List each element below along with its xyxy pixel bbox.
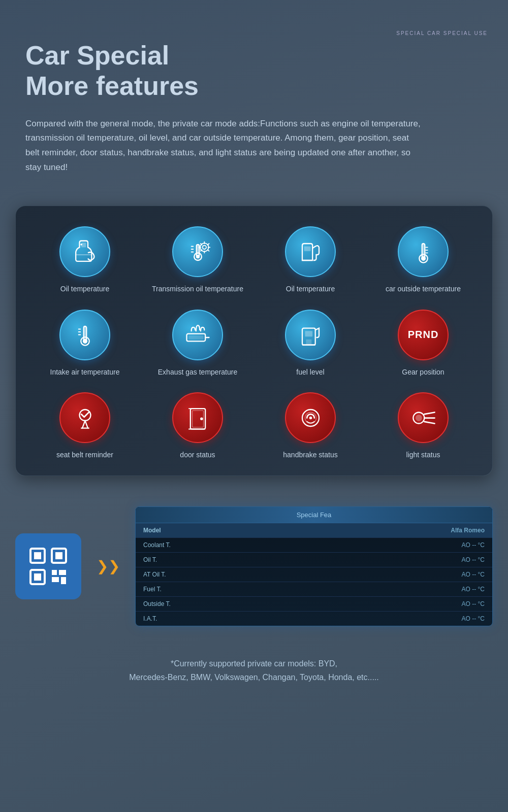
features-grid: Oil temperatureTransmission oil temperat… [26, 226, 482, 460]
feature-icon-oil [59, 226, 110, 277]
feature-icon-thermometer-gear [172, 226, 223, 277]
feature-label-9: door status [180, 450, 215, 460]
svg-rect-17 [188, 336, 203, 340]
arrow-icon: ❯❯ [97, 558, 120, 574]
svg-point-0 [80, 244, 82, 246]
feature-label-5: Exhaust gas temperature [158, 367, 237, 378]
feature-item-11: light status [369, 392, 477, 460]
table-row: AT Oil T.AO -- °C [136, 567, 492, 582]
feature-item-7: PRNDGear position [369, 310, 477, 378]
feature-item-10: handbrake status [257, 392, 364, 460]
table-row: Outside T.AO -- °C [136, 597, 492, 612]
feature-icon-fuel-nozzle [285, 226, 336, 277]
data-table: Special Fea Model Alfa Romeo Coolant T.A… [135, 506, 493, 626]
feature-icon-door [172, 392, 223, 443]
table-row: I.A.T.AO -- °C [136, 612, 492, 626]
svg-point-6 [202, 245, 206, 249]
table-header-row: Model Alfa Romeo [136, 523, 492, 538]
feature-label-2: Oil temperature [286, 284, 335, 294]
main-title: Car Special More features [25, 41, 483, 101]
svg-rect-20 [306, 340, 311, 345]
svg-rect-31 [34, 552, 41, 559]
top-label: SPECIAL CAR SPECIAL USE [396, 30, 488, 36]
feature-label-6: fuel level [296, 367, 324, 378]
feature-item-1: Transmission oil temperature [144, 226, 251, 294]
feature-item-8: seat belt reminder [31, 392, 139, 460]
feature-label-1: Transmission oil temperature [152, 284, 243, 294]
svg-point-29 [415, 415, 422, 421]
svg-rect-37 [59, 570, 66, 575]
feature-icon-PRND: PRND [398, 310, 449, 360]
feature-icon-exhaust [172, 310, 223, 360]
svg-rect-33 [55, 552, 62, 559]
table-row: Coolant T.AO -- °C [136, 538, 492, 553]
feature-item-6: fuel level [257, 310, 364, 378]
feature-item-2: Oil temperature [257, 226, 364, 294]
feature-icon-seatbelt [59, 392, 110, 443]
svg-rect-11 [423, 244, 424, 256]
table-row: Oil T.AO -- °C [136, 553, 492, 567]
feature-label-4: Intake air temperature [50, 367, 120, 378]
svg-rect-4 [197, 245, 199, 254]
svg-rect-15 [84, 327, 86, 339]
svg-rect-19 [305, 331, 312, 336]
feature-label-10: handbrake status [283, 450, 337, 460]
feature-icon-temp-gauge [59, 310, 110, 360]
feature-item-3: car outside temperature [369, 226, 477, 294]
feature-item-0: Oil temperature [31, 226, 139, 294]
feature-label-7: Gear position [402, 367, 444, 378]
footer-text: *Currently supported private car models:… [0, 647, 508, 704]
feature-label-11: light status [406, 450, 440, 460]
qr-icon [15, 533, 81, 599]
feature-icon-light [398, 392, 449, 443]
svg-rect-36 [52, 570, 57, 575]
svg-rect-35 [34, 573, 41, 581]
svg-rect-7 [304, 246, 310, 251]
feature-icon-thermometer [398, 226, 449, 277]
header-section: Car Special More features Compared with … [0, 0, 508, 185]
bottom-section: ❯❯ Special Fea Model Alfa Romeo Coolant … [0, 496, 508, 647]
svg-point-27 [309, 417, 312, 420]
svg-point-24 [200, 417, 203, 420]
feature-item-4: Intake air temperature [31, 310, 139, 378]
feature-item-9: door status [144, 392, 251, 460]
feature-icon-handbrake [285, 392, 336, 443]
feature-label-3: car outside temperature [386, 284, 461, 294]
svg-rect-22 [190, 409, 205, 429]
svg-rect-39 [61, 577, 66, 584]
table-title: Special Fea [136, 507, 492, 523]
feature-label-8: seat belt reminder [56, 450, 113, 460]
table-row: Fuel T.AO -- °C [136, 582, 492, 597]
features-panel: Oil temperatureTransmission oil temperat… [15, 206, 493, 476]
description: Compared with the general mode, the priv… [25, 117, 422, 176]
feature-item-5: Exhaust gas temperature [144, 310, 251, 378]
svg-rect-38 [52, 577, 59, 582]
feature-label-0: Oil temperature [60, 284, 109, 294]
feature-icon-fuel-pump [285, 310, 336, 360]
